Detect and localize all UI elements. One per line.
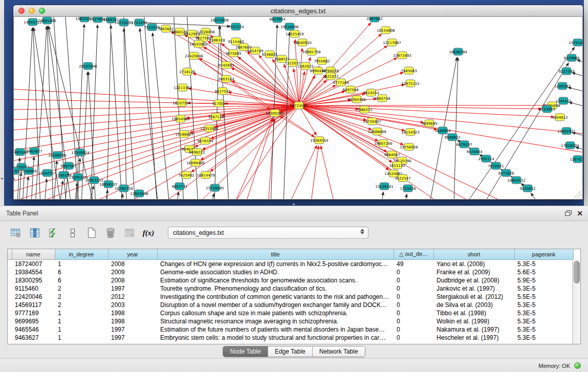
column-checklist-icon[interactable]	[47, 226, 60, 239]
graph-node[interactable]: 7557224	[228, 23, 244, 30]
graph-edge[interactable]	[405, 194, 407, 199]
delete-table-icon[interactable]	[104, 226, 117, 239]
table-cell[interactable]: 1	[55, 259, 108, 268]
graph-node[interactable]: 1733426	[400, 185, 416, 192]
close-window-icon[interactable]	[18, 8, 25, 14]
table-cell[interactable]: 5.3E-5	[514, 259, 573, 268]
table-scrollbar-thumb[interactable]	[574, 261, 580, 283]
graph-node[interactable]: 2935114	[478, 155, 494, 162]
table-row[interactable]: 1938455462009Genome-wide association stu…	[8, 268, 573, 276]
column-header-in_degree[interactable]: in_degree	[55, 249, 108, 259]
graph-node[interactable]: 8813054	[269, 17, 286, 23]
new-table-icon[interactable]	[85, 226, 98, 239]
table-row[interactable]: 1872400712008Changes of HCN gene express…	[8, 259, 573, 268]
graph-node[interactable]: 9777169	[333, 79, 349, 86]
table-cell[interactable]: Estimation of the future numbers of pati…	[157, 325, 394, 334]
table-cell[interactable]: 6	[55, 276, 108, 285]
table-cell[interactable]: 2003	[108, 301, 157, 309]
table-cell[interactable]: 5.9E-5	[514, 276, 573, 285]
graph-node[interactable]: 16648784	[449, 48, 467, 55]
table-cell[interactable]: 1997	[108, 285, 157, 293]
graph-node[interactable]: 9938922	[444, 134, 460, 141]
graph-node[interactable]: 16154808	[377, 27, 395, 34]
graph-node[interactable]: 1640954	[434, 127, 451, 134]
graph-edge[interactable]	[14, 87, 299, 105]
table-cell[interactable]: 5.3E-5	[514, 317, 573, 325]
graph-node[interactable]: 9329966	[563, 54, 580, 61]
table-cell[interactable]: 2008	[108, 259, 157, 268]
table-cell[interactable]: Disruption of a novel member of a sodium…	[157, 301, 394, 309]
graph-node[interactable]: 8471626	[498, 169, 514, 177]
graph-edge[interactable]	[577, 60, 582, 65]
graph-node[interactable]: 18807249	[374, 140, 393, 147]
minimize-window-icon[interactable]	[29, 8, 35, 14]
table-cell[interactable]: 9777169	[12, 309, 55, 317]
graph-node[interactable]: 16107554	[172, 99, 191, 106]
canvas-resize-grip-icon[interactable]	[574, 191, 581, 198]
zoom-window-icon[interactable]	[39, 8, 45, 14]
graph-node[interactable]: 2718126	[179, 68, 195, 75]
graph-node[interactable]: 16914479	[197, 171, 215, 179]
graph-edge[interactable]	[531, 193, 539, 199]
table-cell[interactable]: 9699695	[12, 317, 55, 325]
graph-node[interactable]: 15892971	[557, 127, 576, 135]
table-cell[interactable]: 5.6E-5	[514, 268, 573, 276]
graph-node[interactable]: 12213967	[383, 39, 401, 46]
graph-node[interactable]: 9245652	[519, 185, 535, 192]
table-cell[interactable]: 0	[394, 317, 433, 325]
table-cell[interactable]: Structural magnetic resonance image aver…	[157, 317, 394, 325]
graph-node[interactable]: 7955882	[314, 57, 330, 64]
table-scrollbar[interactable]	[572, 259, 580, 344]
table-cell[interactable]: Embryonic stem cells: a model to study s…	[157, 334, 394, 342]
graph-edge[interactable]	[26, 177, 28, 199]
table-cell[interactable]: Wolkin et al. (1998)	[433, 317, 514, 325]
graph-edge[interactable]	[140, 28, 158, 199]
table-row[interactable]: 946554611997Estimation of the future num…	[8, 325, 573, 334]
table-cell[interactable]: Tourette syndrome. Phenomenology and cla…	[157, 285, 394, 293]
table-cell[interactable]: 0	[394, 309, 433, 317]
graph-node[interactable]: 2887682	[366, 17, 382, 22]
table-cell[interactable]: 19384554	[12, 268, 55, 276]
graph-edge[interactable]	[311, 146, 319, 199]
table-cell[interactable]: Genome-wide association studies in ADHD.	[157, 268, 394, 276]
table-cell[interactable]: 0	[394, 301, 433, 309]
table-columns-icon[interactable]	[28, 226, 41, 239]
table-row[interactable]: 911546021997Tourette syndrome. Phenomeno…	[8, 285, 573, 293]
graph-node[interactable]: 9474444	[466, 148, 483, 155]
table-cell[interactable]: 5.3E-5	[514, 309, 573, 317]
graph-node[interactable]: 8427552	[214, 87, 230, 95]
graph-node[interactable]: 12975115	[401, 80, 420, 87]
graph-node[interactable]: 17359924	[71, 149, 90, 156]
graph-edge[interactable]	[279, 116, 319, 140]
graph-edge[interactable]	[454, 57, 458, 199]
graph-node[interactable]: 18640910	[293, 39, 312, 46]
graph-node[interactable]: 9463627	[26, 147, 42, 155]
graph-node[interactable]: 15716485	[206, 184, 224, 191]
tab-node-table[interactable]: Node Table	[223, 346, 268, 357]
graph-node[interactable]: 6879197	[456, 141, 472, 148]
graph-node[interactable]: 20206536	[48, 151, 67, 159]
table-cell[interactable]: Jankovic et al. (1997)	[433, 285, 514, 293]
graph-edge[interactable]	[14, 105, 299, 155]
graph-node[interactable]: 1060748	[374, 95, 390, 102]
table-row[interactable]: 2242004622012Investigating the contribut…	[8, 293, 573, 301]
graph-edge[interactable]	[299, 105, 405, 130]
column-header-pagerank[interactable]: pagerank	[514, 249, 573, 259]
graph-node[interactable]: 16033809	[210, 17, 229, 24]
graph-node[interactable]: 16154923	[401, 128, 420, 136]
close-panel-icon[interactable]: ✕	[577, 210, 583, 217]
graph-edge[interactable]	[19, 172, 21, 199]
splitter-handle-icon[interactable]: ▲	[292, 202, 296, 206]
graph-edge[interactable]	[14, 105, 299, 121]
table-cell[interactable]: 1	[55, 309, 108, 317]
graph-edge[interactable]	[321, 146, 335, 199]
table-cell[interactable]: 0	[394, 334, 433, 342]
float-panel-icon[interactable]	[565, 210, 572, 216]
graph-edge[interactable]	[234, 118, 273, 199]
graph-node[interactable]: 22420046	[185, 52, 203, 59]
network-window-titlebar[interactable]: citations_edges.txt	[13, 5, 583, 17]
table-cell[interactable]: 1997	[108, 325, 157, 334]
graph-node[interactable]: 7632621	[488, 162, 504, 169]
graph-node[interactable]: 12325419	[286, 30, 304, 37]
table-cell[interactable]: 2	[55, 301, 108, 309]
